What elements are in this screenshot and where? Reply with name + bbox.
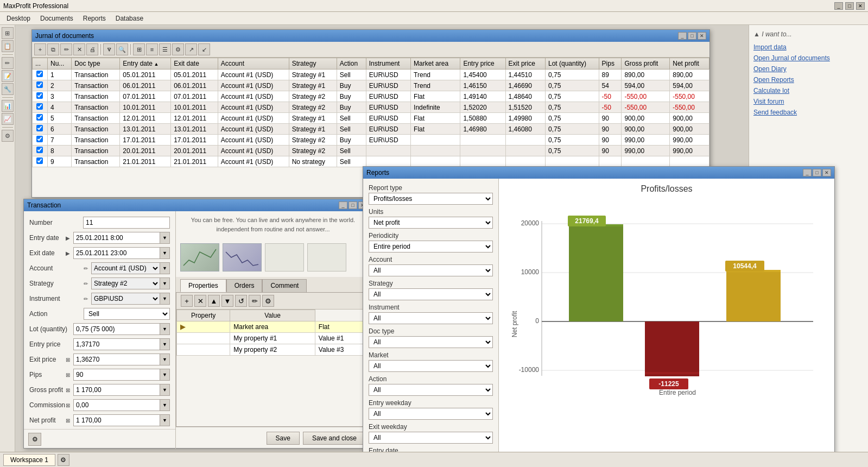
row-check[interactable] <box>33 146 48 156</box>
jtool-copy[interactable]: ⧉ <box>47 43 59 55</box>
maximize-btn[interactable]: □ <box>845 2 854 10</box>
col-instrument[interactable]: Instrument <box>366 58 410 70</box>
link-open-journal[interactable]: Open Jurnal of documents <box>753 54 864 62</box>
prop-my-prop-1[interactable]: My property #1 <box>230 333 315 344</box>
col-entry-date[interactable]: Entry date <box>120 58 171 70</box>
col-net[interactable]: Net profit <box>670 58 709 70</box>
col-strategy[interactable]: Strategy <box>289 58 337 70</box>
prop-my-prop-2-val[interactable]: Value #3 <box>315 344 369 356</box>
entry-price-dropdown[interactable]: ▼ <box>160 338 170 350</box>
jtool-settings[interactable]: ⚙ <box>172 43 184 55</box>
row-check[interactable] <box>33 91 48 102</box>
select-report-type[interactable]: Profits/lossesStatisticsDiary <box>369 193 493 205</box>
pips-dropdown[interactable]: ▼ <box>160 369 170 381</box>
select-doctype-r[interactable]: All <box>369 336 493 348</box>
reports-minimize[interactable]: _ <box>803 169 812 176</box>
link-open-diary[interactable]: Open Diary <box>753 65 864 73</box>
table-row[interactable]: 7 Transaction 17.01.2011 17.01.2011 Acco… <box>33 135 709 146</box>
menu-reports[interactable]: Reports <box>79 14 110 23</box>
entry-date-dropdown[interactable]: ▼ <box>160 232 170 244</box>
toolbar-icon-2[interactable]: 📋 <box>2 40 14 52</box>
select-account-r[interactable]: All <box>369 264 493 276</box>
col-market[interactable]: Market area <box>411 58 460 70</box>
col-exit-date[interactable]: Exit date <box>171 58 218 70</box>
input-number[interactable] <box>83 217 170 229</box>
net-profit-dropdown[interactable]: ▼ <box>160 414 170 426</box>
table-row[interactable]: 9 Transaction 21.01.2011 21.01.2011 Acco… <box>33 156 709 167</box>
titlebar-controls[interactable]: _ □ ✕ <box>834 2 865 10</box>
toolbar-icon-5[interactable]: 🔧 <box>2 83 14 95</box>
tab-orders[interactable]: Orders <box>226 279 263 292</box>
jtool-edit[interactable]: ✏ <box>60 43 72 55</box>
commission-dropdown[interactable]: ▼ <box>160 399 170 411</box>
toolbar-icon-6[interactable]: 📊 <box>2 100 14 112</box>
toolbar-icon-7[interactable]: 📈 <box>2 113 14 125</box>
toolbar-icon-1[interactable]: ⊞ <box>2 27 14 39</box>
jtool-cols[interactable]: ≡ <box>146 43 158 55</box>
toolbar-icon-4[interactable]: 📝 <box>2 70 14 82</box>
prop-delete-btn[interactable]: ✕ <box>194 295 206 307</box>
journal-minimize[interactable]: _ <box>678 32 687 40</box>
prop-settings-btn[interactable]: ⚙ <box>262 295 274 307</box>
input-commission[interactable] <box>73 399 160 411</box>
menu-desktop[interactable]: Desktop <box>2 14 35 23</box>
col-gross[interactable]: Gross profit <box>622 58 670 70</box>
col-pips[interactable]: Pips <box>599 58 622 70</box>
jtool-rows[interactable]: ☰ <box>159 43 171 55</box>
menu-documents[interactable]: Documents <box>36 14 78 23</box>
col-lot[interactable]: Lot (quantity) <box>546 58 599 70</box>
row-check[interactable] <box>33 70 48 80</box>
jtool-grid[interactable]: ⊞ <box>133 43 145 55</box>
workspace-tab-1[interactable]: Workspace 1 <box>3 454 55 466</box>
strategy-dropdown[interactable]: ▼ <box>160 277 170 289</box>
select-units[interactable]: Net profitGross profitPips <box>369 217 493 229</box>
exit-date-dropdown[interactable]: ▼ <box>160 247 170 259</box>
table-row[interactable]: 2 Transaction 06.01.2011 06.01.2011 Acco… <box>33 80 709 91</box>
prop-add-btn[interactable]: + <box>181 295 193 307</box>
col-entry-price[interactable]: Entry price <box>460 58 505 70</box>
link-open-reports[interactable]: Open Reports <box>753 76 864 84</box>
txn-minimize[interactable]: _ <box>339 201 347 209</box>
col-num[interactable]: Nu... <box>47 58 71 70</box>
link-visit-forum[interactable]: Visit forum <box>753 98 864 105</box>
select-action-r[interactable]: All <box>369 384 493 396</box>
input-entry-price[interactable] <box>73 338 160 350</box>
link-calculate-lot[interactable]: Calculate lot <box>753 87 864 94</box>
table-row[interactable]: 6 Transaction 13.01.2011 13.01.2011 Acco… <box>33 124 709 135</box>
lot-dropdown[interactable]: ▼ <box>160 323 170 335</box>
table-row[interactable]: 4 Transaction 10.01.2011 10.01.2011 Acco… <box>33 102 709 113</box>
row-check[interactable] <box>33 156 48 167</box>
journal-titlebar[interactable]: Jurnal of documents _ □ ✕ <box>32 30 709 42</box>
reports-titlebar[interactable]: Reports _ □ ✕ <box>363 167 834 179</box>
input-pips[interactable] <box>73 369 160 381</box>
save-button[interactable]: Save <box>267 432 300 445</box>
input-gross[interactable] <box>73 384 160 396</box>
tab-comment[interactable]: Comment <box>262 279 307 292</box>
col-exit-price[interactable]: Exit price <box>505 58 545 70</box>
col-doctype[interactable]: Doc type <box>72 58 120 70</box>
jtool-add[interactable]: + <box>34 43 46 55</box>
link-import-data[interactable]: Import data <box>753 43 864 51</box>
jtool-print[interactable]: 🖨 <box>86 43 98 55</box>
reports-close[interactable]: ✕ <box>822 169 831 176</box>
select-action[interactable]: Sell <box>84 308 170 320</box>
prop-market-area[interactable]: Market area <box>230 321 315 333</box>
jtool-search[interactable]: 🔍 <box>116 43 128 55</box>
table-row[interactable]: 8 Transaction 20.01.2011 20.01.2011 Acco… <box>33 146 709 156</box>
input-net-profit[interactable] <box>73 414 160 426</box>
prop-my-prop-1-val[interactable]: Value #1 <box>315 333 369 344</box>
prop-row-1[interactable]: ▶ Market area Flat <box>177 321 370 333</box>
journal-close[interactable]: ✕ <box>698 32 706 40</box>
prop-edit-btn[interactable]: ✏ <box>249 295 261 307</box>
input-exit-price[interactable] <box>73 354 160 365</box>
input-lot[interactable] <box>73 323 160 335</box>
prop-row-2[interactable]: My property #1 Value #1 <box>177 333 370 344</box>
table-row[interactable]: 1 Transaction 05.01.2011 05.01.2011 Acco… <box>33 70 709 80</box>
workspace-gear-btn[interactable]: ⚙ <box>58 454 69 466</box>
reports-controls[interactable]: _ □ ✕ <box>803 169 831 176</box>
menu-database[interactable]: Database <box>111 14 148 23</box>
instrument-dropdown[interactable]: ▼ <box>160 293 170 305</box>
txn-gear-btn[interactable]: ⚙ <box>28 433 41 446</box>
select-periodicity[interactable]: Entire periodBy yearBy monthBy weekBy da… <box>369 241 493 253</box>
minimize-btn[interactable]: _ <box>834 2 843 10</box>
